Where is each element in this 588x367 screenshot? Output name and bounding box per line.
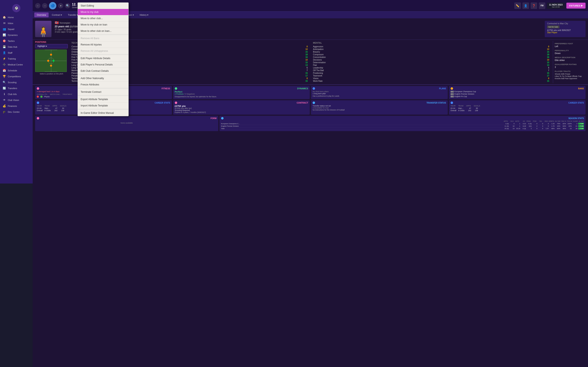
- menu-item-edit-club-contract[interactable]: Edit Club Contract Details: [78, 68, 129, 74]
- menu-item-move-to-other-club[interactable]: Move to other club...: [78, 15, 129, 22]
- menu-item-freeze-attributes[interactable]: Freeze Attributes: [78, 82, 129, 88]
- menu-item-move-to-other-club-loan[interactable]: Move to other club on loan...: [78, 28, 129, 34]
- menu-item-online-manual[interactable]: In-Game Editor Online Manual: [78, 110, 129, 116]
- dropdown-overlay: Start EditingMove to my clubMove to othe…: [0, 0, 294, 184]
- menu-item-terminate-contract[interactable]: Terminate Contract: [78, 89, 129, 95]
- menu-divider: [78, 88, 129, 89]
- menu-item-import-template[interactable]: Import Attribute Template: [78, 103, 129, 109]
- context-menu: Start EditingMove to my clubMove to othe…: [78, 2, 129, 116]
- menu-item-move-to-my-club[interactable]: Move to my club: [78, 9, 129, 15]
- menu-divider: [78, 55, 129, 55]
- menu-item-edit-player-attribute[interactable]: Edit Player Attribute Details: [78, 55, 129, 62]
- menu-divider: [78, 96, 129, 96]
- menu-divider: [78, 35, 129, 35]
- menu-item-remove-all-unhappiness: Remove All Unhappiness: [78, 48, 129, 54]
- menu-item-export-template[interactable]: Export Attribute Template: [78, 96, 129, 103]
- menu-item-add-nationality[interactable]: Add Other Nationality: [78, 75, 129, 82]
- menu-divider: [78, 75, 129, 75]
- menu-item-edit-player-personal[interactable]: Edit Player's Personal Details: [78, 62, 129, 68]
- menu-item-move-to-my-club-loan[interactable]: Move to my club on loan: [78, 22, 129, 28]
- menu-item-remove-all-bans: Remove All Bans: [78, 35, 129, 42]
- menu-item-remove-all-injuries[interactable]: Remove All Injuries: [78, 42, 129, 48]
- menu-item-start-editing[interactable]: Start Editing: [78, 3, 129, 9]
- menu-divider: [78, 109, 129, 109]
